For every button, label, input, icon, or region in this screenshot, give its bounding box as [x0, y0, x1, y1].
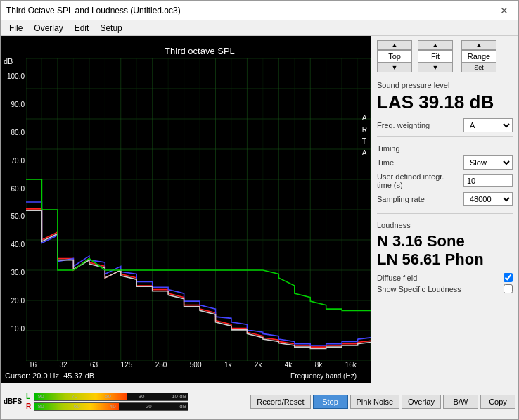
svg-text:R: R: [362, 125, 368, 133]
stop-button[interactable]: Stop: [313, 395, 348, 409]
timing-section-label: Timing: [377, 144, 513, 153]
diffuse-field-row: Diffuse field: [377, 273, 513, 282]
top-down-btn[interactable]: ▼: [377, 63, 412, 72]
sampling-rate-row: Sampling rate 48000 44100: [377, 192, 513, 206]
menu-file[interactable]: File: [4, 22, 28, 34]
user-defined-row: User defined integr. time (s): [377, 172, 513, 189]
db-label: dB: [4, 57, 13, 65]
show-specific-checkbox[interactable]: [504, 284, 513, 293]
level-bar-L-row: L -90 -70 -50 -30 -10 dB: [26, 393, 188, 401]
right-panel: ▲ Top ▼ ▲ Fit ▼ ▲ Range: [371, 36, 518, 383]
range-up-btn[interactable]: ▲: [461, 40, 496, 50]
freq-weighting-label: Freq. weighting: [377, 121, 430, 129]
bottom-buttons: Record/Reset Stop Pink Noise Overlay B/W…: [250, 395, 515, 409]
chart-footer: Cursor: 20.0 Hz, 45.37 dB Frequency band…: [1, 370, 371, 383]
top-control-group: ▲ Top ▼: [377, 40, 412, 72]
show-specific-label: Show Specific Loudness: [377, 285, 461, 293]
main-window: Third Octave SPL and Loudness (Untitled.…: [0, 0, 519, 420]
svg-text:A: A: [362, 148, 368, 156]
sampling-rate-select[interactable]: 48000 44100: [463, 192, 513, 206]
level-bar-L-ticks: -90 -70 -50 -30 -10 dB: [34, 393, 188, 400]
dbfs-section: dBFS: [4, 397, 22, 405]
window-title: Third Octave SPL and Loudness (Untitled.…: [6, 6, 181, 15]
x-axis-container: 16 32 63 125 250 500 1k 2k 4k 8k 16k: [1, 361, 371, 370]
level-bar-R-row: R -80 -60 -40 -20 dB: [26, 402, 188, 411]
overlay-button[interactable]: Overlay: [402, 395, 441, 409]
close-button[interactable]: ✕: [496, 4, 513, 18]
svg-text:T: T: [362, 136, 367, 145]
loudness-ln: LN 56.61 Phon: [377, 250, 513, 269]
loudness-n: N 3.16 Sone: [377, 232, 513, 250]
set-btn[interactable]: Set: [461, 63, 496, 72]
menu-edit[interactable]: Edit: [69, 22, 95, 34]
user-defined-label: User defined integr. time (s): [377, 172, 447, 189]
time-label: Time: [377, 158, 394, 167]
sampling-rate-label: Sampling rate: [377, 195, 425, 203]
time-row: Time Slow Fast: [377, 155, 513, 170]
cursor-info: Cursor: 20.0 Hz, 45.37 dB: [1, 371, 94, 380]
r-label: R: [26, 402, 32, 410]
level-bar-L: -90 -70 -50 -30 -10 dB: [34, 393, 188, 401]
show-specific-row: Show Specific Loudness: [377, 284, 513, 293]
menu-overlay[interactable]: Overlay: [28, 22, 68, 34]
x-axis-title: Frequency band (Hz): [290, 372, 371, 380]
diffuse-field-label: Diffuse field: [377, 274, 417, 282]
time-select[interactable]: Slow Fast: [463, 155, 513, 170]
menu-bar: File Overlay Edit Setup: [1, 20, 518, 36]
y-axis: 100.0 90.0 80.0 70.0 60.0 50.0 40.0 30.0…: [1, 58, 26, 361]
spl-value: LAS 39.18 dB: [377, 92, 513, 113]
chart-title: Third octave SPL: [165, 46, 235, 56]
freq-weighting-select[interactable]: A C Z: [463, 118, 513, 132]
fit-up-btn[interactable]: ▲: [418, 40, 453, 50]
record-reset-button[interactable]: Record/Reset: [250, 395, 310, 409]
top-up-btn[interactable]: ▲: [377, 40, 412, 50]
bw-button[interactable]: B/W: [443, 395, 478, 409]
top-value: Top: [377, 50, 412, 63]
diffuse-field-checkbox[interactable]: [504, 273, 513, 282]
timing-section: Timing Time Slow Fast User defined integ…: [377, 136, 513, 209]
x-axis-labels: 16 32 63 125 250 500 1k 2k 4k 8k 16k: [29, 361, 371, 369]
spl-section: Sound pressure level LAS 39.18 dB: [377, 78, 513, 113]
chart-area: dB Third octave SPL 100.0 90.0 80.0 70.0…: [1, 36, 371, 383]
level-bars: L -90 -70 -50 -30 -10 dB R: [26, 393, 188, 411]
loudness-section-label: Loudness: [377, 221, 513, 229]
chart-svg: A R T A: [26, 58, 371, 361]
title-bar: Third Octave SPL and Loudness (Untitled.…: [1, 1, 518, 20]
level-bar-R: -80 -60 -40 -20 dB: [34, 402, 188, 411]
spl-section-label: Sound pressure level: [377, 81, 513, 89]
range-label: Range: [461, 50, 496, 63]
freq-weighting-row: Freq. weighting A C Z: [377, 118, 513, 132]
level-bar-R-ticks: -80 -60 -40 -20 dB: [34, 403, 188, 410]
loudness-section: Loudness N 3.16 Sone LN 56.61 Phon: [377, 213, 513, 269]
menu-setup[interactable]: Setup: [94, 22, 127, 34]
chart-plot: A R T A: [26, 58, 371, 361]
pink-noise-button[interactable]: Pink Noise: [350, 395, 400, 409]
svg-text:A: A: [362, 113, 368, 122]
range-control-group: ▲ Range Set: [461, 40, 496, 72]
user-defined-input[interactable]: [463, 174, 513, 187]
fit-value: Fit: [418, 50, 453, 63]
copy-button[interactable]: Copy: [480, 395, 515, 409]
fit-control-group: ▲ Fit ▼: [418, 40, 453, 72]
bottom-strip: dBFS L -90 -70 -50 -30 -10 dB R: [1, 383, 518, 419]
main-content: dB Third octave SPL 100.0 90.0 80.0 70.0…: [1, 36, 518, 383]
fit-down-btn[interactable]: ▼: [418, 63, 453, 72]
l-label: L: [26, 393, 32, 400]
dbfs-label: dBFS: [4, 397, 22, 405]
top-controls: ▲ Top ▼ ▲ Fit ▼ ▲ Range: [377, 40, 513, 72]
